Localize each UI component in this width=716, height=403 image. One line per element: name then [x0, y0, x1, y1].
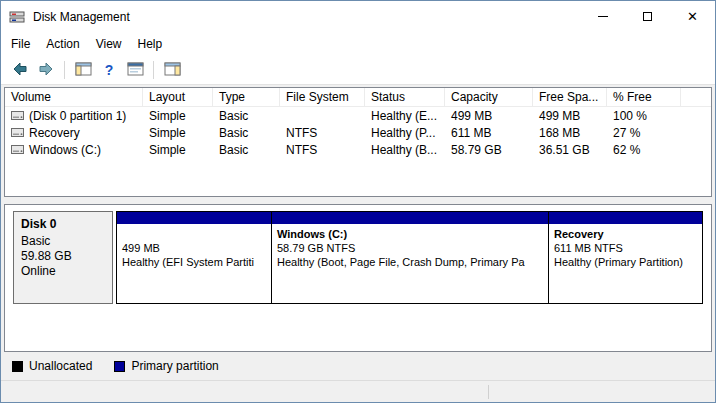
legend-label: Unallocated	[29, 359, 92, 373]
volume-icon	[11, 144, 24, 155]
cell-status: Healthy (E...	[365, 109, 445, 123]
statusbar	[1, 380, 715, 402]
disk-management-window: Disk Management ✕ File Action View Help	[0, 0, 716, 403]
partition-color-band	[117, 212, 271, 224]
partition-color-band	[549, 212, 702, 224]
partition-strip: 499 MB Healthy (EFI System Partiti Windo…	[116, 211, 703, 304]
unallocated-swatch-icon	[12, 361, 23, 372]
window-controls: ✕	[580, 1, 715, 32]
toolbar-separator	[153, 61, 154, 79]
disk-0-row: Disk 0 Basic 59.88 GB Online 499 MB Heal…	[13, 211, 703, 304]
cell-file-system: NTFS	[280, 143, 365, 157]
volume-name: Recovery	[29, 126, 80, 140]
console-tree-icon	[75, 62, 92, 79]
action-pane-icon	[164, 62, 181, 79]
menu-view[interactable]: View	[88, 34, 130, 54]
maximize-icon	[643, 12, 652, 21]
partition-status: Healthy (Primary Partition)	[554, 255, 697, 269]
column-header-volume[interactable]: Volume	[5, 88, 143, 106]
properties-button[interactable]	[123, 58, 147, 82]
pane-splitter[interactable]	[4, 197, 712, 204]
column-header-layout[interactable]: Layout	[143, 88, 213, 106]
help-icon: ?	[105, 62, 114, 78]
cell-capacity: 58.79 GB	[445, 143, 533, 157]
menu-help[interactable]: Help	[130, 34, 171, 54]
partition-title: Windows (C:)	[277, 227, 543, 241]
column-header-file-system[interactable]: File System	[280, 88, 365, 106]
legend-item-unallocated: Unallocated	[12, 359, 92, 373]
minimize-button[interactable]	[580, 1, 625, 32]
column-header-free-space[interactable]: Free Spa...	[533, 88, 607, 106]
graphical-view-pane: Disk 0 Basic 59.88 GB Online 499 MB Heal…	[4, 204, 712, 352]
back-button[interactable]	[8, 58, 32, 82]
legend: Unallocated Primary partition	[4, 354, 712, 378]
partition-windows-c[interactable]: Windows (C:) 58.79 GB NTFS Healthy (Boot…	[272, 211, 549, 304]
partition-size: 611 MB NTFS	[554, 241, 697, 255]
show-action-pane-button[interactable]	[160, 58, 184, 82]
cell-pct-free: 27 %	[607, 126, 681, 140]
disk-management-app-icon	[9, 9, 27, 25]
column-header-type[interactable]: Type	[213, 88, 280, 106]
toolbar: ?	[1, 56, 715, 85]
column-header-capacity[interactable]: Capacity	[445, 88, 533, 106]
partition-title	[122, 227, 266, 241]
forward-arrow-icon	[38, 61, 54, 80]
volume-row-windows-c[interactable]: Windows (C:) Simple Basic NTFS Healthy (…	[5, 141, 711, 158]
close-button[interactable]: ✕	[670, 1, 715, 32]
cell-status: Healthy (B...	[365, 143, 445, 157]
show-console-tree-button[interactable]	[71, 58, 95, 82]
partition-status: Healthy (EFI System Partiti	[122, 255, 266, 269]
back-arrow-icon	[12, 61, 28, 80]
maximize-button[interactable]	[625, 1, 670, 32]
partition-efi[interactable]: 499 MB Healthy (EFI System Partiti	[116, 211, 272, 304]
column-header-status[interactable]: Status	[365, 88, 445, 106]
volume-icon	[11, 110, 24, 121]
minimize-icon	[598, 16, 608, 17]
volume-name: (Disk 0 partition 1)	[29, 109, 126, 123]
partition-title: Recovery	[554, 227, 697, 241]
disk-info-box[interactable]: Disk 0 Basic 59.88 GB Online	[13, 211, 113, 304]
column-header-pct-free[interactable]: % Free	[607, 88, 681, 106]
disk-status: Online	[21, 264, 105, 279]
volume-row-efi[interactable]: (Disk 0 partition 1) Simple Basic Health…	[5, 107, 711, 124]
column-header-filler	[681, 88, 711, 106]
toolbar-separator	[64, 61, 65, 79]
partition-size: 499 MB	[122, 241, 266, 255]
titlebar: Disk Management ✕	[1, 1, 715, 32]
cell-layout: Simple	[143, 126, 213, 140]
primary-partition-swatch-icon	[114, 361, 125, 372]
cell-layout: Simple	[143, 143, 213, 157]
volume-list-pane: Volume Layout Type File System Status Ca…	[4, 87, 712, 197]
menu-file[interactable]: File	[3, 34, 38, 54]
menu-action[interactable]: Action	[38, 34, 87, 54]
window-title: Disk Management	[33, 10, 580, 24]
cell-file-system: NTFS	[280, 126, 365, 140]
disk-name: Disk 0	[21, 217, 105, 232]
help-button[interactable]: ?	[97, 58, 121, 82]
partition-status: Healthy (Boot, Page File, Crash Dump, Pr…	[277, 255, 543, 269]
content-area: Volume Layout Type File System Status Ca…	[1, 85, 715, 380]
volume-row-recovery[interactable]: Recovery Simple Basic NTFS Healthy (P...…	[5, 124, 711, 141]
cell-layout: Simple	[143, 109, 213, 123]
close-icon: ✕	[687, 9, 698, 24]
properties-icon	[127, 62, 144, 79]
legend-item-primary-partition: Primary partition	[114, 359, 218, 373]
cell-capacity: 611 MB	[445, 126, 533, 140]
cell-free-space: 36.51 GB	[533, 143, 607, 157]
partition-color-band	[272, 212, 548, 224]
disk-kind: Basic	[21, 234, 105, 249]
statusbar-divider	[488, 385, 489, 399]
cell-pct-free: 62 %	[607, 143, 681, 157]
cell-capacity: 499 MB	[445, 109, 533, 123]
volume-table-header: Volume Layout Type File System Status Ca…	[5, 88, 711, 107]
cell-type: Basic	[213, 109, 280, 123]
forward-button[interactable]	[34, 58, 58, 82]
volume-icon	[11, 127, 24, 138]
cell-free-space: 168 MB	[533, 126, 607, 140]
legend-label: Primary partition	[131, 359, 218, 373]
volume-name: Windows (C:)	[29, 143, 101, 157]
partition-recovery[interactable]: Recovery 611 MB NTFS Healthy (Primary Pa…	[549, 211, 703, 304]
cell-type: Basic	[213, 143, 280, 157]
disk-size: 59.88 GB	[21, 249, 105, 264]
cell-free-space: 499 MB	[533, 109, 607, 123]
